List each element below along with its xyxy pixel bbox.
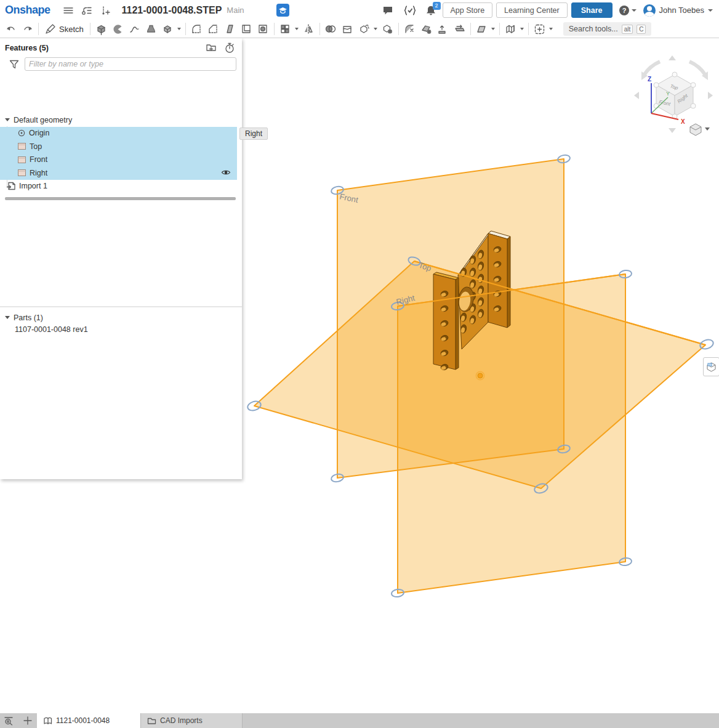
add-tab-button[interactable]	[18, 713, 37, 728]
share-button[interactable]: Share	[571, 2, 613, 18]
user-menu-chevron-icon[interactable]	[708, 9, 713, 12]
chevron-down-icon[interactable]	[5, 316, 10, 319]
replace-face-icon	[454, 23, 465, 34]
app-store-button[interactable]: App Store	[443, 2, 493, 18]
pattern-button[interactable]	[277, 22, 294, 36]
view-cube[interactable]: Top Front Right Z X Y	[634, 55, 713, 135]
tab-label: 1121-0001-0048	[56, 716, 110, 725]
named-views-button[interactable]	[703, 357, 719, 376]
undo-button[interactable]	[2, 22, 19, 36]
learning-badge-button[interactable]	[276, 4, 289, 17]
delete-part-button[interactable]	[379, 22, 396, 36]
features-panel: Features (5) Default geometry Origin	[0, 38, 242, 479]
comments-button[interactable]	[380, 2, 396, 18]
replace-face-button[interactable]	[451, 22, 468, 36]
tree-item-top[interactable]: Top	[0, 140, 237, 153]
move-face-button[interactable]	[435, 22, 451, 36]
draft-button[interactable]	[222, 22, 238, 36]
search-tabs-icon	[4, 716, 15, 726]
visibility-tooltip: Right	[239, 127, 268, 140]
boolean-button[interactable]	[323, 22, 339, 36]
part-name-label: 1107-0001-0048 rev1	[15, 325, 88, 334]
tree-item-front[interactable]: Front	[0, 153, 237, 167]
workspace-name[interactable]: Main	[227, 6, 244, 15]
shortcut-alt-key: alt	[622, 25, 633, 34]
revolve-button[interactable]	[110, 22, 126, 36]
hamburger-icon	[63, 5, 74, 16]
new-folder-button[interactable]	[206, 42, 217, 55]
rotate-right-arrow[interactable]	[708, 92, 713, 99]
toolbar-divider	[398, 23, 399, 35]
axis-y-label: Y	[666, 91, 670, 97]
help-menu-button[interactable]: ?	[617, 2, 638, 18]
loft-button[interactable]	[143, 22, 159, 36]
search-tools-box[interactable]: Search tools... alt C	[563, 22, 652, 36]
plus-icon	[23, 716, 32, 725]
plane-menu-caret[interactable]	[490, 22, 497, 36]
tree-item-import-1[interactable]: Import 1	[0, 180, 237, 193]
mirror-button[interactable]	[300, 22, 317, 36]
delete-face-button[interactable]	[418, 22, 435, 36]
tree-item-right[interactable]: Right	[0, 166, 237, 180]
origin-icon	[18, 129, 25, 137]
mate-connector-button[interactable]	[531, 22, 548, 36]
onshape-logo[interactable]: Onshape	[5, 4, 50, 17]
rollback-bar[interactable]	[5, 197, 236, 200]
draft-icon	[224, 23, 235, 34]
rotate-down-arrow[interactable]	[669, 128, 676, 133]
manage-tabs-button[interactable]	[0, 713, 18, 728]
feature-script-button[interactable]	[402, 2, 418, 18]
shell-button[interactable]	[238, 22, 255, 36]
axis-z-label: Z	[648, 76, 651, 83]
modify-fillet-button[interactable]	[401, 22, 418, 36]
tree-group-default-geometry[interactable]: Default geometry	[0, 113, 237, 127]
shell-icon	[241, 23, 252, 34]
filter-input[interactable]	[25, 57, 236, 71]
filter-button[interactable]	[9, 60, 19, 71]
hole-button[interactable]	[255, 22, 271, 36]
sheet-metal-button[interactable]	[502, 22, 519, 36]
toolbar-divider	[274, 23, 275, 35]
transform-button[interactable]	[356, 22, 372, 36]
rollback-history-button[interactable]	[225, 42, 235, 55]
insert-new-item-button[interactable]	[97, 2, 113, 18]
graduation-cap-icon	[278, 6, 287, 14]
tree-item-origin[interactable]: Origin	[0, 127, 237, 140]
fillet-button[interactable]	[188, 22, 205, 36]
part-list-item[interactable]: 1107-0001-0048 rev1	[0, 323, 237, 336]
tab-cad-imports[interactable]: CAD Imports	[141, 713, 243, 728]
sheet-metal-menu-caret[interactable]	[519, 22, 526, 36]
chevron-down-icon[interactable]	[5, 118, 10, 121]
sketch-button[interactable]: Sketch	[41, 22, 87, 36]
pattern-menu-caret[interactable]	[294, 22, 300, 36]
transform-menu-caret[interactable]	[372, 22, 379, 36]
view-options-button[interactable]	[690, 124, 710, 135]
plane-button[interactable]	[473, 22, 490, 36]
sweep-button[interactable]	[126, 22, 143, 36]
main-menu-button[interactable]	[60, 2, 76, 18]
tab-part-studio[interactable]: 1121-0001-0048	[37, 713, 141, 728]
chamfer-button[interactable]	[205, 22, 222, 36]
parts-title: Parts (1)	[14, 313, 43, 322]
thicken-menu-caret[interactable]	[176, 22, 183, 36]
redo-button[interactable]	[19, 22, 36, 36]
user-name[interactable]: John Toebes	[659, 6, 705, 15]
toolbar-divider	[528, 23, 529, 35]
mirror-icon	[303, 23, 314, 34]
thicken-button[interactable]	[159, 22, 176, 36]
panel-splitter[interactable]	[0, 306, 242, 307]
svg-text:?: ?	[622, 7, 627, 14]
versions-button[interactable]	[79, 2, 95, 18]
notifications-button[interactable]: 2	[423, 2, 439, 18]
visibility-eye-button[interactable]	[221, 168, 231, 179]
split-button[interactable]	[339, 22, 356, 36]
user-avatar[interactable]	[643, 4, 656, 17]
extrude-icon	[95, 23, 107, 35]
toolbar-divider	[319, 23, 320, 35]
hole-icon	[257, 23, 268, 34]
rotate-up-arrow[interactable]	[669, 55, 676, 60]
mate-connector-menu-caret[interactable]	[548, 22, 555, 36]
learning-center-button[interactable]: Learning Center	[496, 2, 568, 18]
extrude-button[interactable]	[93, 22, 110, 36]
rotate-left-arrow[interactable]	[634, 92, 639, 99]
